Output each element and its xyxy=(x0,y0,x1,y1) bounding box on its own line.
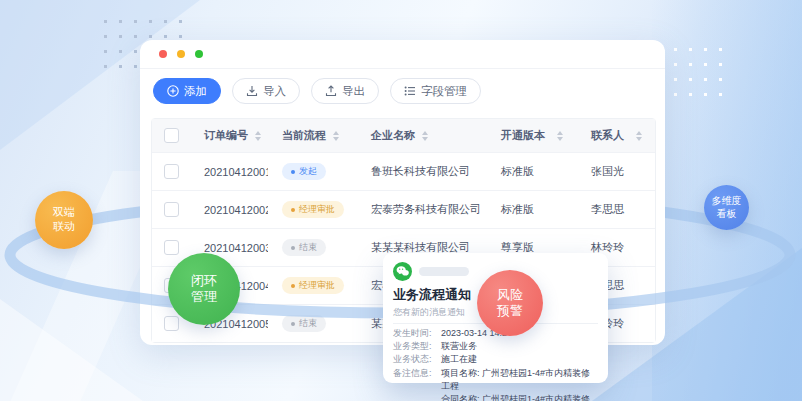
field-label xyxy=(393,393,441,401)
status-label: 经理审批 xyxy=(299,203,335,216)
badge-text: 管理 xyxy=(191,289,217,305)
notification-field: 合同名称: 广州碧桂园1-4#市内精装修工程龙骨采购合同 xyxy=(393,393,598,401)
field-value: 施工在建 xyxy=(441,353,477,366)
contact-cell: 李思思 xyxy=(577,202,653,217)
status-label: 结束 xyxy=(299,241,317,254)
header-order[interactable]: 订单编号 xyxy=(190,128,268,143)
notification-field: 业务类型: 联营业务 xyxy=(393,340,598,353)
toolbar: 添加 导入 导出 xyxy=(153,78,481,104)
status-dot xyxy=(291,170,295,174)
window-minimize-dot[interactable] xyxy=(177,50,185,58)
window-titlebar xyxy=(140,40,665,69)
header-version[interactable]: 开通版本 xyxy=(487,128,577,143)
field-value: 合同名称: 广州碧桂园1-4#市内精装修工程龙骨采购合同 xyxy=(441,393,598,401)
table-row: 20210412001 发起 鲁班长科技有限公司 标准版 张国光 xyxy=(152,152,655,190)
add-button[interactable]: 添加 xyxy=(153,78,221,104)
notification-field: 备注信息: 项目名称: 广州碧桂园1-4#市内精装修工程 xyxy=(393,367,598,393)
table-header-row: 订单编号 当前流程 企业名称 开通版本 联系人 xyxy=(152,119,655,152)
field-manage-button[interactable]: 字段管理 xyxy=(390,78,481,104)
export-icon xyxy=(325,85,337,97)
badge-text: 多维度 xyxy=(712,195,742,208)
field-label: 发生时间: xyxy=(393,327,441,340)
import-button[interactable]: 导入 xyxy=(232,78,300,104)
sort-icon[interactable] xyxy=(255,131,261,141)
status-badge: 发起 xyxy=(282,163,326,180)
sort-icon[interactable] xyxy=(333,131,339,141)
status-dot xyxy=(291,208,295,212)
field-manage-button-label: 字段管理 xyxy=(421,84,467,99)
header-process-label: 当前流程 xyxy=(282,128,326,143)
window-close-dot[interactable] xyxy=(159,50,167,58)
header-company-label: 企业名称 xyxy=(371,128,415,143)
order-cell: 20210412002 xyxy=(190,204,268,216)
status-dot xyxy=(291,284,295,288)
field-value: 联营业务 xyxy=(441,340,477,353)
company-cell: 宏泰劳务科技有限公司 xyxy=(357,202,487,217)
notification-field: 业务状态: 施工在建 xyxy=(393,353,598,366)
status-dot xyxy=(291,246,295,250)
table-row: 20210412002 经理审批 宏泰劳务科技有限公司 标准版 李思思 xyxy=(152,190,655,228)
badge-multi-dashboard: 多维度 看板 xyxy=(704,185,749,230)
badge-closed-loop: 闭环 管理 xyxy=(168,253,240,325)
wechat-icon xyxy=(393,262,412,281)
badge-dual-linkage: 双端 联动 xyxy=(35,191,93,249)
status-badge: 经理审批 xyxy=(282,277,344,294)
header-contact-label: 联系人 xyxy=(591,128,624,143)
import-icon xyxy=(246,85,258,97)
field-label: 业务类型: xyxy=(393,340,441,353)
row-checkbox[interactable] xyxy=(164,202,179,217)
header-version-label: 开通版本 xyxy=(501,128,545,143)
export-button[interactable]: 导出 xyxy=(311,78,379,104)
header-order-label: 订单编号 xyxy=(204,128,248,143)
status-dot xyxy=(291,322,295,326)
plus-circle-icon xyxy=(167,85,179,97)
select-all-checkbox[interactable] xyxy=(164,128,179,143)
sort-icon[interactable] xyxy=(422,131,428,141)
status-badge: 经理审批 xyxy=(282,201,344,218)
header-contact[interactable]: 联系人 xyxy=(577,128,653,143)
sender-placeholder xyxy=(419,267,469,276)
badge-text: 闭环 xyxy=(191,273,217,289)
contact-cell: 张国光 xyxy=(577,164,653,179)
order-cell: 20210412003 xyxy=(190,242,268,254)
badge-text: 联动 xyxy=(53,220,75,234)
window-maximize-dot[interactable] xyxy=(195,50,203,58)
notification-body: 发生时间: 2023-03-14 14:2 业务类型: 联营业务 业务状态: 施… xyxy=(393,327,598,401)
badge-text: 看板 xyxy=(717,208,737,221)
add-button-label: 添加 xyxy=(184,84,207,99)
version-cell: 标准版 xyxy=(487,164,577,179)
header-process[interactable]: 当前流程 xyxy=(268,128,357,143)
screenshot-stage: 添加 导入 导出 xyxy=(0,0,802,401)
badge-text: 风险 xyxy=(497,287,523,303)
status-label: 结束 xyxy=(299,317,317,330)
order-cell: 20210412001 xyxy=(190,166,268,178)
row-checkbox[interactable] xyxy=(164,164,179,179)
field-list-icon xyxy=(404,85,416,97)
badge-text: 预警 xyxy=(497,303,523,319)
field-value: 项目名称: 广州碧桂园1-4#市内精装修工程 xyxy=(441,367,598,393)
field-label: 备注信息: xyxy=(393,367,441,393)
sort-icon[interactable] xyxy=(557,131,563,141)
dot-grid-right xyxy=(668,42,732,96)
status-badge: 结束 xyxy=(282,239,326,256)
status-label: 经理审批 xyxy=(299,279,335,292)
status-badge: 结束 xyxy=(282,315,326,332)
field-label: 业务状态: xyxy=(393,353,441,366)
version-cell: 标准版 xyxy=(487,202,577,217)
badge-risk-warning: 风险 预警 xyxy=(477,270,543,336)
export-button-label: 导出 xyxy=(342,84,365,99)
row-checkbox[interactable] xyxy=(164,240,179,255)
status-label: 发起 xyxy=(299,165,317,178)
row-checkbox[interactable] xyxy=(164,316,179,331)
badge-text: 双端 xyxy=(53,206,75,220)
company-cell: 鲁班长科技有限公司 xyxy=(357,164,487,179)
import-button-label: 导入 xyxy=(263,84,286,99)
header-company[interactable]: 企业名称 xyxy=(357,128,487,143)
sort-icon[interactable] xyxy=(636,131,642,141)
